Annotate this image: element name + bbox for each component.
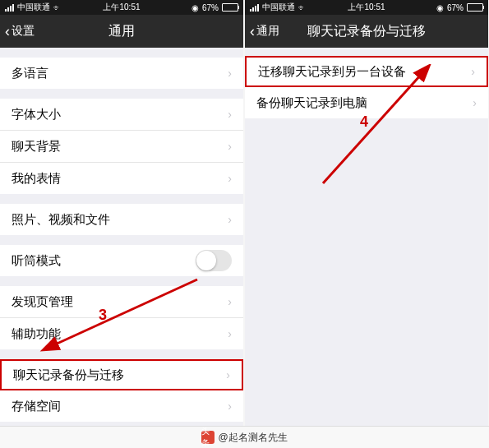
item-fontsize[interactable]: 字体大小 › <box>0 99 243 131</box>
battery-icon <box>467 3 483 12</box>
chevron-left-icon: ‹ <box>5 23 10 40</box>
footer-text: @起名测名先生 <box>218 431 287 445</box>
item-chatbg[interactable]: 聊天背景 › <box>0 131 243 163</box>
status-time: 上午10:51 <box>348 2 385 13</box>
battery-pct: 67% <box>447 3 464 12</box>
toutiao-logo-icon: 头条 <box>201 431 215 444</box>
item-label: 多语言 <box>12 66 48 81</box>
carrier-label: 中国联通 <box>17 2 50 13</box>
wifi-icon: ᯤ <box>298 3 307 12</box>
chevron-right-icon: › <box>228 295 232 308</box>
item-label: 我的表情 <box>12 171 61 187</box>
chevron-right-icon: › <box>473 96 477 109</box>
chevron-right-icon: › <box>228 140 232 153</box>
nav-title: 聊天记录备份与迁移 <box>307 23 426 40</box>
nav-bar: ‹ 通用 聊天记录备份与迁移 <box>245 15 488 48</box>
item-label: 迁移聊天记录到另一台设备 <box>258 64 406 80</box>
item-media[interactable]: 照片、视频和文件 › <box>0 204 243 235</box>
item-label: 存储空间 <box>12 399 61 414</box>
chevron-right-icon: › <box>228 108 232 121</box>
left-phone-screen: 中国联通 ᯤ 上午10:51 ◉ 67% ‹ 设置 通用 多语言 › <box>0 0 243 448</box>
chevron-right-icon: › <box>228 400 232 413</box>
right-phone-screen: 中国联通 ᯤ 上午10:51 ◉ 67% ‹ 通用 聊天记录备份与迁移 迁移聊天… <box>245 0 488 448</box>
nav-back-button[interactable]: ‹ 设置 <box>0 23 35 40</box>
nav-title: 通用 <box>108 23 135 40</box>
item-stickers[interactable]: 我的表情 › <box>0 163 243 194</box>
item-migrate-device[interactable]: 迁移聊天记录到另一台设备 › <box>245 56 488 87</box>
chevron-right-icon: › <box>226 368 230 381</box>
item-label: 聊天记录备份与迁移 <box>13 367 124 383</box>
item-earpiece[interactable]: 听筒模式 <box>0 245 243 276</box>
chevron-left-icon: ‹ <box>250 23 255 40</box>
status-time: 上午10:51 <box>103 2 140 13</box>
chevron-right-icon: › <box>228 213 232 226</box>
signal-icon <box>5 4 14 12</box>
chevron-right-icon: › <box>228 327 232 340</box>
nav-bar: ‹ 设置 通用 <box>0 15 243 48</box>
battery-icon <box>222 3 238 12</box>
item-label: 发现页管理 <box>12 294 73 310</box>
item-label: 聊天背景 <box>12 139 61 155</box>
chevron-right-icon: › <box>228 67 232 80</box>
item-label: 字体大小 <box>12 107 61 122</box>
battery-pct: 67% <box>202 3 219 12</box>
item-backup-pc[interactable]: 备份聊天记录到电脑 › <box>245 87 488 118</box>
chevron-right-icon: › <box>228 172 232 185</box>
item-storage[interactable]: 存储空间 › <box>0 390 243 422</box>
chevron-right-icon: › <box>471 65 475 78</box>
item-discover[interactable]: 发现页管理 › <box>0 286 243 318</box>
item-label: 听筒模式 <box>12 253 61 269</box>
toggle-switch[interactable] <box>196 250 232 271</box>
nav-back-label: 设置 <box>12 24 35 39</box>
signal-icon <box>250 4 259 12</box>
nav-back-button[interactable]: ‹ 通用 <box>245 23 279 40</box>
item-multilang[interactable]: 多语言 › <box>0 58 243 89</box>
item-label: 备份聊天记录到电脑 <box>256 95 367 111</box>
status-bar: 中国联通 ᯤ 上午10:51 ◉ 67% <box>245 0 488 15</box>
nav-back-label: 通用 <box>256 24 279 39</box>
wifi-icon: ᯤ <box>53 3 62 12</box>
carrier-label: 中国联通 <box>262 2 295 13</box>
item-accessibility[interactable]: 辅助功能 › <box>0 318 243 349</box>
item-label: 辅助功能 <box>12 326 61 342</box>
attribution-footer: 头条 @起名测名先生 <box>0 426 489 448</box>
item-backup-migrate[interactable]: 聊天记录备份与迁移 › <box>0 359 243 390</box>
item-label: 照片、视频和文件 <box>12 212 110 228</box>
status-bar: 中国联通 ᯤ 上午10:51 ◉ 67% <box>0 0 243 15</box>
